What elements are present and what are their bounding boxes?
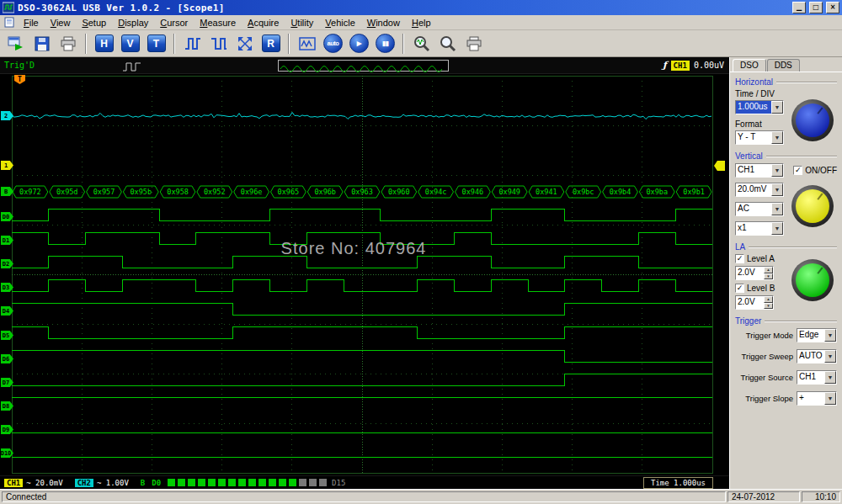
menu-item-utility[interactable]: Utility [285, 17, 319, 29]
svg-text:0x957: 0x957 [93, 188, 115, 196]
vertical-menu-button[interactable]: V [118, 32, 142, 55]
d2-indicator [188, 479, 195, 486]
auto-set-button[interactable]: auto [321, 32, 345, 55]
run-button[interactable]: ▶ [347, 32, 371, 55]
chevron-down-icon[interactable]: ▼ [824, 350, 836, 363]
print-button[interactable] [56, 32, 80, 55]
menu-item-cursor[interactable]: Cursor [154, 17, 194, 29]
ch1-status-badge[interactable]: CH1 [4, 479, 23, 487]
scope-display[interactable]: 0x9720x95d0x9570x95b0x9580x9520x96e0x965… [0, 74, 729, 489]
trigger-slope-select[interactable]: +▼ [797, 391, 837, 406]
trigger-mode-label: Trigger Mode [746, 331, 793, 340]
format-select[interactable]: Y - T ▼ [735, 130, 784, 145]
probe-select[interactable]: x1 ▼ [735, 221, 784, 236]
pause-button[interactable]: ▮▮ [373, 32, 397, 55]
horizontal-knob[interactable] [791, 99, 834, 141]
d14-indicator [309, 479, 317, 486]
chevron-down-icon[interactable]: ▼ [771, 183, 783, 196]
la-title: LA [735, 242, 745, 252]
trigger-mode-select[interactable]: Edge▼ [797, 328, 837, 342]
menu-bar-items: FileViewSetupDisplayCursorMeasureAcquire… [18, 17, 437, 29]
toolbar: HVTRauto▶▮▮ [0, 30, 842, 57]
minimize-button[interactable]: ▁ [792, 2, 806, 13]
d12-indicator [289, 479, 296, 486]
control-panel: DSO DDS Horizontal Time / DIV 1.000us ▼ … [729, 57, 842, 489]
close-button[interactable]: × [826, 2, 839, 13]
horizontal-group: Horizontal Time / DIV 1.000us ▼ Format Y… [735, 77, 837, 145]
ch2-status-badge[interactable]: CH2 [75, 479, 93, 487]
trigger-menu-button[interactable]: T [144, 32, 168, 55]
menu-item-display[interactable]: Display [112, 17, 154, 29]
menu-item-help[interactable]: Help [406, 17, 437, 29]
d6-indicator [228, 479, 236, 486]
refresh-button[interactable]: R [258, 32, 283, 55]
zoom-out-button[interactable] [435, 32, 460, 55]
spin-down-icon[interactable]: ▼ [764, 303, 773, 310]
d8-indicator [248, 479, 256, 486]
menu-item-acquire[interactable]: Acquire [242, 17, 285, 29]
tab-dso[interactable]: DSO [733, 59, 766, 72]
menu-item-file[interactable]: File [18, 17, 45, 29]
chevron-down-icon[interactable]: ▼ [771, 101, 783, 114]
coupling-select[interactable]: AC ▼ [735, 202, 784, 216]
channel-onoff-checkbox[interactable]: ✓ ON/OFF [793, 166, 837, 175]
save-button[interactable] [29, 32, 54, 55]
menu-item-vehicle[interactable]: Vehicle [319, 17, 360, 29]
la-knob[interactable] [791, 259, 834, 301]
print-preview-button[interactable] [461, 32, 486, 55]
chevron-down-icon[interactable]: ▼ [771, 164, 783, 177]
chevron-down-icon[interactable]: ▼ [771, 203, 783, 215]
cursor-measure-button[interactable] [232, 32, 257, 55]
time-div-select[interactable]: 1.000us ▼ [735, 100, 784, 114]
vertical-knob[interactable] [791, 185, 834, 227]
cursor-measure-icon [236, 34, 254, 53]
auto-set-button-icon: auto [323, 34, 343, 53]
horizontal-menu-button[interactable]: H [92, 32, 116, 55]
record-button[interactable] [295, 32, 319, 55]
trigger-slope-value: + [797, 392, 824, 405]
d-first-label: D0 [152, 479, 161, 487]
checkbox-check-icon: ✓ [735, 284, 744, 293]
trigger-source-select[interactable]: CH1▼ [797, 370, 837, 385]
horizontal-title: Horizontal [735, 77, 773, 87]
spin-down-icon[interactable]: ▼ [764, 273, 773, 280]
record-position-preview[interactable] [278, 60, 449, 72]
time-div-value: 1.000us [736, 101, 771, 114]
chevron-down-icon[interactable]: ▼ [824, 329, 836, 342]
toolbar-separator [402, 34, 404, 54]
trigger-slope-label: Trigger Slope [745, 394, 793, 403]
menu-item-view[interactable]: View [45, 17, 77, 29]
chevron-down-icon[interactable]: ▼ [824, 371, 836, 384]
chevron-down-icon[interactable]: ▼ [771, 222, 783, 235]
level-a-value: 2.0V [736, 267, 764, 279]
vertical-scale-select[interactable]: 20.0mV ▼ [735, 183, 784, 197]
level-b-stepper[interactable]: 2.0V ▲▼ [735, 295, 774, 310]
level-a-stepper[interactable]: 2.0V ▲▼ [735, 266, 774, 280]
vertical-channel-value: CH1 [736, 164, 771, 177]
zoom-in-button[interactable] [409, 32, 434, 55]
tab-dds[interactable]: DDS [767, 59, 800, 72]
edge-wave-button[interactable] [180, 32, 205, 55]
status-time: 10:10 [802, 491, 840, 502]
trigger-title: Trigger [735, 316, 761, 326]
scope-plot[interactable]: 0x9720x95d0x9570x95b0x9580x9520x96e0x965… [0, 74, 729, 475]
connect-button[interactable] [3, 32, 28, 55]
run-button-icon: ▶ [349, 34, 369, 53]
d-last-label: D15 [332, 479, 345, 487]
maximize-button[interactable]: □ [809, 2, 823, 13]
pulse-wave-button[interactable] [206, 32, 231, 55]
chevron-down-icon[interactable]: ▼ [824, 392, 836, 405]
vertical-title: Vertical [735, 151, 763, 161]
chevron-down-icon[interactable]: ▼ [771, 131, 783, 144]
trigger-sweep-select[interactable]: AUTO▼ [797, 349, 837, 363]
vertical-channel-select[interactable]: CH1 ▼ [735, 163, 784, 178]
menu-item-measure[interactable]: Measure [194, 17, 242, 29]
trigger-source-row: Trigger SourceCH1▼ [735, 370, 837, 385]
menu-item-setup[interactable]: Setup [76, 17, 112, 29]
save-icon [33, 34, 51, 53]
spin-up-icon[interactable]: ▲ [764, 296, 773, 303]
panel-body: Horizontal Time / DIV 1.000us ▼ Format Y… [730, 72, 842, 489]
spin-up-icon[interactable]: ▲ [764, 267, 773, 273]
d15-indicator [319, 479, 327, 486]
menu-item-window[interactable]: Window [361, 17, 406, 29]
